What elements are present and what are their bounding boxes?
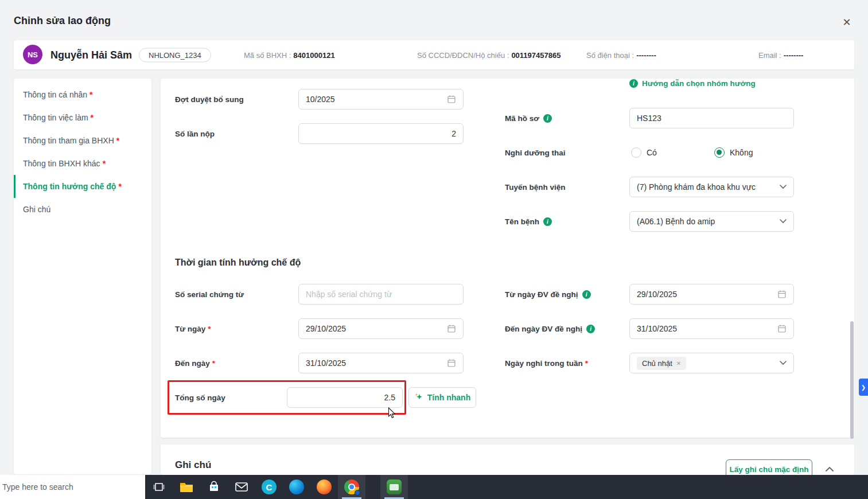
sidebar-item-ghi-chu[interactable]: Ghi chú [14,198,151,221]
tinh-nhanh-button[interactable]: Tính nhanh [408,387,476,408]
nghi-duong-thai-label: Nghỉ dưỡng thai [505,142,566,163]
dot-duyet-label: Đợt duyệt bổ sung [175,89,244,110]
radio-icon-unchecked[interactable] [631,147,641,158]
phone-label: Số điện thoại : [586,50,634,59]
form-panel: i Hướng dẫn chọn nhóm hưởng Đợt duyệt bổ… [161,79,854,438]
ma-ho-so-value[interactable] [637,114,787,123]
den-ngay-input[interactable] [298,353,464,373]
employee-name: Nguyễn Hải Sâm [50,49,132,61]
den-ngay-label: Đến ngày* [175,353,215,373]
sidebar-item-huong-che-do[interactable]: Thông tin hưởng chế độ* [14,175,151,198]
so-serial-value[interactable] [306,290,456,299]
calendar-icon[interactable] [447,358,456,368]
sidebar: Thông tin cá nhân* Thông tin việc làm* T… [14,79,151,474]
calendar-icon[interactable] [777,324,787,333]
info-icon[interactable]: i [586,325,595,333]
tong-so-ngay-input[interactable] [287,387,403,408]
bhxh-value: 8401000121 [293,50,334,59]
taskbar-search[interactable]: Type here to search [0,475,145,499]
bhxh-label: Mã số BHXH : [244,50,291,59]
sidebar-item-tham-gia-bhxh[interactable]: Thông tin tham gia BHXH* [14,129,151,152]
ma-ho-so-label: Mã hồ sơi [505,108,552,128]
close-icon[interactable]: ✕ [840,15,854,29]
email-field: Email :-------- [758,50,803,59]
tuyen-benh-vien-label: Tuyến bệnh viện [505,177,566,197]
ten-benh-label: Tên bệnhi [505,211,552,232]
chevron-down-icon[interactable] [780,219,787,224]
firefox-browser-icon[interactable] [310,475,338,499]
radio-option-khong[interactable]: Không [714,142,753,163]
employee-code-badge: NHLONG_1234 [139,48,211,62]
cccd-label: Số CCCD/ĐDCN/Hộ chiếu : [417,50,509,59]
den-ngay-value[interactable] [306,358,442,368]
bhxh-field: Mã số BHXH :8401000121 [244,50,335,59]
ngay-nghi-label: Ngày nghỉ trong tuần* [505,353,588,373]
den-ngay-dv-input[interactable] [629,318,794,339]
phone-value: -------- [636,50,656,59]
radio-icon-checked[interactable] [714,147,725,158]
microsoft-store-icon[interactable] [200,475,228,499]
den-ngay-dv-value[interactable] [637,324,773,333]
cccd-value: 001197457865 [511,50,560,59]
page-title: Chỉnh sửa lao động [14,15,111,27]
ma-ho-so-input[interactable] [629,108,794,128]
default-note-button[interactable]: Lấy ghi chú mặc định [726,459,812,475]
tu-ngay-label: Từ ngày* [175,318,211,339]
file-explorer-icon[interactable] [173,475,200,499]
info-icon: i [629,79,638,88]
taskbar-icons: C [145,475,408,499]
notes-title: Ghi chú [175,459,211,471]
edge-browser-icon[interactable] [283,475,310,499]
phone-field: Số điện thoại :-------- [586,50,656,59]
tu-ngay-dv-value[interactable] [637,290,773,299]
info-icon[interactable]: i [543,217,552,226]
calendar-icon[interactable] [447,324,456,333]
dot-duyet-value[interactable] [306,95,442,104]
tu-ngay-input[interactable] [298,318,464,339]
radio-option-co[interactable]: Có [631,142,657,163]
sidebar-item-ca-nhan[interactable]: Thông tin cá nhân* [14,83,151,106]
info-icon[interactable]: i [582,290,591,299]
vertical-scrollbar-thumb[interactable] [850,321,854,439]
screen: Chỉnh sửa lao động ✕ NS Nguyễn Hải Sâm N… [0,0,868,499]
email-value: -------- [784,50,804,59]
sidebar-item-bhxh-khac[interactable]: Thông tin BHXH khác* [14,152,151,175]
chrome-profile-badge [355,490,360,496]
tu-ngay-dv-input[interactable] [629,284,794,305]
tuyen-benh-vien-select[interactable]: (7) Phòng khám đa khoa khu vực [629,177,794,197]
chrome-browser-icon[interactable] [338,475,365,499]
ngay-nghi-select[interactable]: Chủ nhật ✕ [629,353,794,373]
taskbar: Type here to search C [0,475,868,499]
chip-remove-icon[interactable]: ✕ [676,360,681,367]
green-app-icon[interactable] [380,475,408,499]
calendar-icon[interactable] [777,290,787,299]
chevron-down-icon[interactable] [780,361,787,365]
sparkle-icon [414,392,423,403]
calendar-icon[interactable] [447,95,456,104]
email-label: Email : [758,50,781,59]
info-icon[interactable]: i [543,114,552,123]
tu-ngay-dv-label: Từ ngày ĐV đề nghịi [505,284,591,305]
section-title: Thời gian tính hưởng chế độ [175,258,301,268]
so-lan-nop-label: Số lần nộp [175,123,215,144]
employee-summary-bar: NS Nguyễn Hải Sâm NHLONG_1234 Mã số BHXH… [14,40,854,69]
cccd-field: Số CCCD/ĐDCN/Hộ chiếu :001197457865 [417,50,560,59]
guide-link[interactable]: i Hướng dẫn chọn nhóm hưởng [629,79,756,88]
task-view-icon[interactable] [145,475,173,499]
so-serial-input[interactable] [298,284,464,305]
ten-benh-select[interactable]: (A06.1) Bệnh do amip [629,211,794,232]
tong-so-ngay-value[interactable] [294,393,395,402]
dot-duyet-input[interactable] [298,89,464,110]
selected-day-chip[interactable]: Chủ nhật ✕ [637,357,686,370]
expand-right-button[interactable]: ❯ [859,379,868,396]
chevron-up-icon[interactable] [823,462,836,475]
so-lan-nop-input[interactable] [298,123,464,144]
sidebar-item-viec-lam[interactable]: Thông tin việc làm* [14,106,151,129]
tu-ngay-value[interactable] [306,324,442,333]
so-lan-nop-value[interactable] [306,129,456,138]
so-serial-label: Số serial chứng từ [175,284,244,305]
mail-icon[interactable] [228,475,255,499]
coccoc-browser-icon[interactable]: C [255,475,283,499]
den-ngay-dv-label: Đến ngày ĐV đề nghịi [505,318,595,339]
chevron-down-icon[interactable] [780,185,787,189]
